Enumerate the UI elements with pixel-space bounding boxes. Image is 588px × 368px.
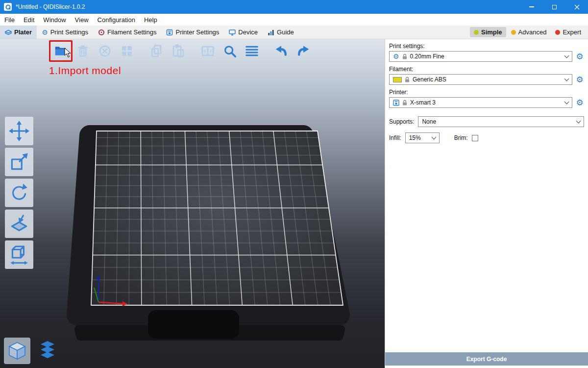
menu-bar: File Edit Window View Configuration Help bbox=[0, 14, 588, 26]
trash-icon bbox=[75, 44, 90, 58]
measure-button[interactable] bbox=[5, 240, 33, 269]
chevron-down-icon bbox=[564, 100, 569, 105]
viewport-toolbar bbox=[52, 42, 312, 60]
menu-item-configuration[interactable]: Configuration bbox=[93, 14, 140, 26]
lock-icon bbox=[405, 77, 410, 82]
mouse-cursor-icon bbox=[64, 48, 72, 58]
filament-spool-icon bbox=[98, 29, 105, 36]
delete-all-icon bbox=[98, 44, 112, 58]
filament-color-swatch bbox=[393, 77, 402, 82]
gear-icon: ⚙ bbox=[576, 98, 583, 107]
gear-icon: ⚙ bbox=[576, 75, 583, 84]
brim-checkbox[interactable] bbox=[472, 135, 478, 141]
printer-icon bbox=[393, 100, 399, 106]
variable-layer-button[interactable] bbox=[243, 42, 261, 60]
advanced-mode-icon bbox=[511, 30, 516, 35]
tab-plater[interactable]: Plater bbox=[0, 26, 37, 39]
filament-select[interactable]: Generic ABS bbox=[389, 74, 572, 85]
tab-print-settings[interactable]: ⚙ Print Settings bbox=[37, 26, 93, 39]
printer-select[interactable]: X-smart 3 bbox=[389, 97, 572, 108]
menu-item-window[interactable]: Window bbox=[39, 14, 70, 26]
menu-item-help[interactable]: Help bbox=[140, 14, 162, 26]
supports-label: Supports: bbox=[389, 118, 414, 125]
undo-button[interactable] bbox=[272, 42, 290, 60]
split-button[interactable] bbox=[199, 42, 217, 60]
mode-advanced[interactable]: Advanced bbox=[507, 27, 551, 37]
filament-value: Generic ABS bbox=[413, 76, 446, 83]
supports-select[interactable]: None bbox=[418, 116, 584, 127]
tab-printer-settings[interactable]: Printer Settings bbox=[161, 26, 224, 39]
scale-button[interactable] bbox=[5, 148, 33, 176]
brim-label: Brim: bbox=[454, 134, 468, 141]
arrange-button[interactable] bbox=[118, 42, 136, 60]
cube-3d-icon bbox=[6, 340, 28, 362]
menu-item-edit[interactable]: Edit bbox=[19, 14, 39, 26]
preview-layers-button[interactable] bbox=[34, 338, 61, 364]
undo-icon bbox=[274, 44, 289, 58]
mode-expert[interactable]: Expert bbox=[551, 27, 585, 37]
mode-switcher: Simple Advanced Expert bbox=[470, 26, 588, 39]
delete-button[interactable] bbox=[74, 42, 92, 60]
window-title: *Untitled - QIDISlicer-1.0.2 bbox=[16, 3, 85, 10]
printer-value: X-smart 3 bbox=[410, 99, 436, 106]
printer-icon bbox=[166, 29, 173, 36]
tab-device[interactable]: Device bbox=[224, 26, 263, 39]
gizmo-toolbar bbox=[5, 117, 33, 269]
view-3d-button[interactable] bbox=[4, 338, 30, 364]
maximize-icon bbox=[552, 5, 557, 9]
lock-icon bbox=[402, 53, 407, 59]
gear-icon: ⚙ bbox=[576, 52, 583, 61]
maximize-button[interactable] bbox=[543, 0, 565, 14]
paste-button[interactable] bbox=[170, 42, 187, 60]
chevron-down-icon bbox=[576, 119, 581, 124]
annotation-text: 1.Import model bbox=[49, 65, 121, 77]
lock-icon bbox=[402, 100, 407, 105]
print-settings-value: 0.20mm Fine bbox=[410, 53, 444, 60]
simple-mode-icon bbox=[474, 30, 479, 35]
layers-icon bbox=[37, 340, 58, 362]
menu-item-view[interactable]: View bbox=[71, 14, 93, 26]
chevron-down-icon bbox=[564, 77, 569, 81]
place-on-face-icon bbox=[8, 212, 30, 235]
print-bed-canvas[interactable] bbox=[0, 39, 385, 368]
copy-icon bbox=[149, 44, 164, 58]
minimize-button[interactable] bbox=[520, 0, 543, 14]
search-button[interactable] bbox=[221, 42, 239, 60]
print-settings-select[interactable]: ⚙ 0.20mm Fine bbox=[389, 51, 572, 62]
copy-button[interactable] bbox=[147, 42, 165, 60]
plater-icon bbox=[5, 29, 12, 36]
monitor-icon bbox=[229, 29, 236, 36]
move-icon bbox=[8, 120, 30, 142]
arrange-icon bbox=[120, 44, 134, 58]
rotate-button[interactable] bbox=[5, 179, 33, 207]
tab-guide[interactable]: Guide bbox=[263, 26, 299, 39]
tab-filament-settings[interactable]: Filament Settings bbox=[93, 26, 161, 39]
tab-bar: Plater ⚙ Print Settings Filament Setting… bbox=[0, 26, 588, 39]
place-on-face-button[interactable] bbox=[5, 210, 33, 238]
delete-all-button[interactable] bbox=[96, 42, 114, 60]
printer-label: Printer: bbox=[389, 89, 584, 96]
settings-sidebar: Print settings: ⚙ 0.20mm Fine ⚙ Filament… bbox=[385, 39, 588, 368]
expert-mode-icon bbox=[555, 30, 560, 35]
minimize-icon bbox=[529, 6, 534, 7]
move-button[interactable] bbox=[5, 117, 33, 145]
filament-label: Filament: bbox=[389, 66, 584, 73]
filament-gear-button[interactable]: ⚙ bbox=[575, 76, 584, 84]
redo-button[interactable] bbox=[294, 42, 312, 60]
chevron-down-icon bbox=[564, 53, 569, 58]
chevron-down-icon bbox=[431, 135, 436, 140]
export-gcode-button[interactable]: Export G-code bbox=[385, 352, 588, 366]
app-logo-icon bbox=[4, 3, 12, 11]
menu-item-file[interactable]: File bbox=[0, 14, 19, 26]
guide-bars-icon bbox=[268, 29, 274, 36]
titlebar[interactable]: *Untitled - QIDISlicer-1.0.2 bbox=[0, 0, 588, 14]
infill-value: 15% bbox=[409, 134, 421, 141]
mode-simple[interactable]: Simple bbox=[470, 27, 506, 37]
printer-gear-button[interactable]: ⚙ bbox=[575, 99, 584, 107]
close-button[interactable] bbox=[565, 0, 588, 14]
print-settings-gear-button[interactable]: ⚙ bbox=[575, 53, 584, 61]
3d-viewport[interactable]: 1.Import model bbox=[0, 39, 385, 368]
rotate-icon bbox=[8, 182, 30, 204]
search-icon bbox=[222, 44, 237, 58]
infill-select[interactable]: 15% bbox=[405, 132, 440, 143]
